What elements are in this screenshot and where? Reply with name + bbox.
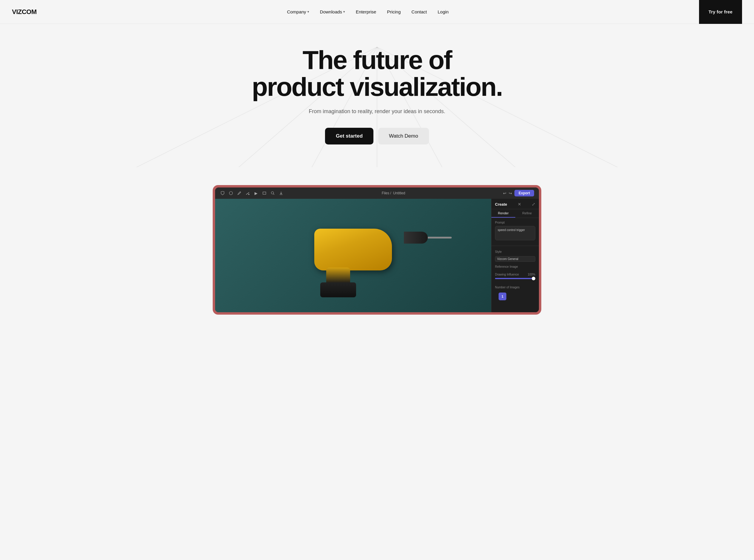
toolbar-icon-download[interactable] [278, 191, 284, 196]
panel-close-button[interactable]: ✕ [518, 202, 521, 206]
hero-section: The future of product visualization. Fro… [0, 0, 754, 167]
style-label: Style [495, 250, 535, 254]
hero-title: The future of product visualization. [252, 46, 502, 100]
tab-render[interactable]: Render [491, 209, 515, 218]
toolbar-icon-pen[interactable] [237, 191, 242, 196]
count-label: Number of Images [495, 286, 535, 289]
chevron-down-icon: ▾ [343, 10, 345, 14]
prompt-label: Prompt [495, 221, 535, 224]
nav-item-pricing[interactable]: Pricing [387, 9, 401, 15]
influence-label: Drawing Influence [495, 273, 519, 276]
export-button[interactable]: Export [515, 190, 534, 196]
panel-reference-row: Reference Image [491, 264, 539, 270]
navbar: VIZCOM Company ▾ Downloads ▾ Enterprise … [0, 0, 754, 24]
influence-slider-thumb[interactable] [532, 277, 535, 280]
prompt-input[interactable]: speed control trigger [495, 226, 535, 240]
redo-icon[interactable]: ↪ [509, 191, 512, 196]
app-body: Create ✕ ⤢ Render Refine Prompt speed co… [215, 199, 539, 312]
app-window: ▶ [215, 187, 539, 312]
app-showcase: ▶ [213, 185, 541, 315]
nav-item-contact[interactable]: Contact [411, 9, 427, 15]
panel-title: Create [495, 202, 507, 206]
nav-link-pricing[interactable]: Pricing [387, 9, 401, 14]
panel-prompt-section: Prompt speed control trigger [491, 218, 539, 244]
drill-body [296, 217, 410, 294]
nav-link-enterprise[interactable]: Enterprise [356, 9, 376, 14]
toolbar-file-path: Files / Untitled [287, 191, 500, 195]
panel-influence-section: Drawing Influence 100% [491, 270, 539, 283]
toolbar-icon-rect[interactable] [262, 191, 267, 196]
nav-item-company[interactable]: Company ▾ [287, 9, 309, 14]
influence-pct: 100% [527, 273, 535, 276]
watch-demo-button[interactable]: Watch Demo [378, 128, 429, 144]
brand-logo[interactable]: VIZCOM [12, 8, 37, 16]
count-row: 1 [495, 291, 535, 302]
nav-link-contact[interactable]: Contact [411, 9, 427, 14]
panel-header: Create ✕ ⤢ [491, 199, 539, 209]
panel-expand-button[interactable]: ⤢ [532, 202, 535, 206]
panel-divider-1 [491, 246, 539, 246]
svg-rect-9 [263, 192, 266, 194]
undo-icon[interactable]: ↩ [503, 191, 506, 196]
panel-style-section: Style Vizcom General [491, 247, 539, 264]
style-select[interactable]: Vizcom General [495, 256, 535, 262]
toolbar-files-label: Files / [382, 191, 391, 195]
try-for-free-button[interactable]: Try for free [699, 0, 742, 24]
toolbar-icon-arrow[interactable]: ▶ [253, 191, 259, 196]
toolbar-actions: ↩ ↪ Export [503, 190, 534, 196]
svg-line-11 [273, 194, 274, 195]
toolbar-untitled-label: Untitled [393, 191, 405, 195]
svg-point-10 [271, 192, 274, 194]
nav-link-downloads[interactable]: Downloads ▾ [320, 9, 345, 14]
drill-visualization [215, 199, 491, 312]
influence-slider[interactable] [495, 278, 535, 279]
influence-slider-fill [495, 278, 535, 279]
tab-refine[interactable]: Refine [515, 209, 539, 218]
hero-subtitle: From imagination to reality, render your… [309, 108, 445, 115]
drill-main-body [314, 229, 392, 271]
chevron-down-icon: ▾ [307, 10, 309, 14]
nav-link-company[interactable]: Company ▾ [287, 9, 309, 14]
panel-count-section: Number of Images 1 [491, 283, 539, 304]
toolbar-icon-paint[interactable] [245, 191, 250, 196]
svg-point-8 [248, 194, 249, 195]
nav-item-enterprise[interactable]: Enterprise [356, 9, 376, 15]
app-sidebar-panel: Create ✕ ⤢ Render Refine Prompt speed co… [491, 199, 539, 312]
toolbar-icon-circle[interactable] [228, 191, 234, 196]
drill-bit [428, 237, 452, 239]
svg-point-7 [229, 192, 233, 195]
toolbar-icon-search[interactable] [270, 191, 275, 196]
toolbar-icon-logo [220, 191, 225, 196]
nav-item-login[interactable]: Login [438, 9, 449, 15]
panel-tabs: Render Refine [491, 209, 539, 218]
nav-item-downloads[interactable]: Downloads ▾ [320, 9, 345, 14]
reference-label: Reference Image [495, 265, 518, 268]
app-canvas [215, 199, 491, 312]
hero-cta-group: Get started Watch Demo [325, 128, 429, 144]
app-toolbar: ▶ [215, 187, 539, 199]
nav-links: Company ▾ Downloads ▾ Enterprise Pricing… [287, 9, 449, 15]
count-value[interactable]: 1 [499, 293, 506, 300]
nav-link-login[interactable]: Login [438, 9, 449, 14]
drill-battery [320, 282, 356, 297]
drill-chuck [404, 232, 428, 244]
get-started-button[interactable]: Get started [325, 128, 373, 144]
